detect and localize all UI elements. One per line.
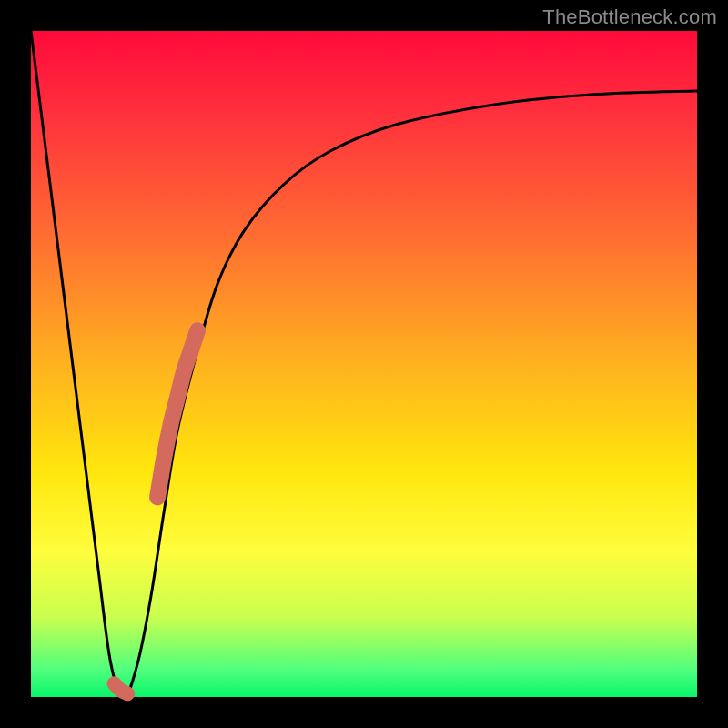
highlight-hook xyxy=(115,683,128,693)
chart-frame: TheBottleneck.com xyxy=(0,0,728,728)
curves-svg xyxy=(31,31,697,697)
bottleneck-curve xyxy=(31,31,697,697)
plot-area xyxy=(31,31,697,697)
highlight-band xyxy=(157,330,197,497)
watermark-text: TheBottleneck.com xyxy=(542,5,717,29)
